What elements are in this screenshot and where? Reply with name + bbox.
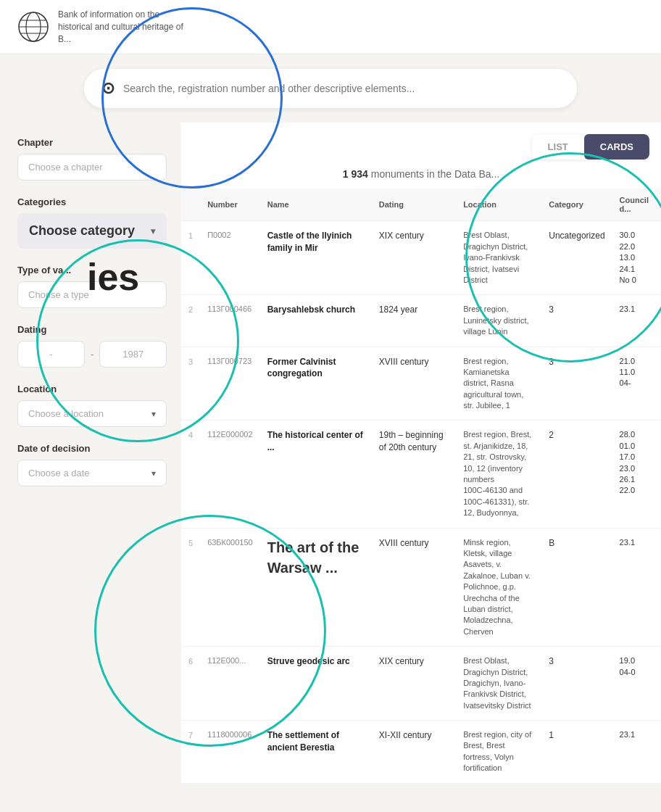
dating-section: Dating - - 1987 [17,324,167,368]
row-category: B [541,528,612,647]
chevron-down-icon-decision: ▾ [151,468,156,478]
row-location: Brest region, Brest, st. Arjanikidze, 18… [456,420,541,528]
row-dating: 1824 year [372,295,456,347]
col-header-number: Number [200,188,260,221]
decision-section: Date of decision Choose a date ▾ [17,443,167,486]
row-name: The historical center of ... [260,420,372,528]
row-dating: XVIII century [372,528,456,647]
row-name: Castle of the Ilyinich family in Mir [260,221,372,295]
row-location: Minsk region, Kletsk, village Asavets, v… [456,528,541,647]
row-index: 1 [181,221,200,295]
dating-range: - - 1987 [17,341,167,368]
row-dating: 19th – beginning of 20th century [372,420,456,528]
row-index: 4 [181,420,200,528]
row-number: 113Г000723 [200,347,260,420]
col-header-name: Name [260,188,372,221]
row-index: 2 [181,295,200,347]
table-row[interactable]: 1 П0002 Castle of the Ilyinich family in… [181,221,661,295]
type-select[interactable]: Choose a type [17,281,167,308]
category-section: Categories Choose category ▾ [17,196,167,249]
type-placeholder: Choose a type [28,289,89,300]
row-category: 3 [541,295,612,347]
row-category: 3 [541,347,612,420]
header: Bank of information on the historical an… [0,0,661,54]
type-label: Type of va... [17,265,167,276]
row-number: 1118000006 [200,721,260,784]
location-select[interactable]: Choose a location ▾ [17,400,167,427]
row-location: Brest region, Kamianetska district, Rasn… [456,347,541,420]
row-category: Uncategorized [541,221,612,295]
cards-view-button[interactable]: CARDS [584,134,649,160]
row-location: Brest region, city of Brest, Brest fortr… [456,721,541,784]
dating-from-value: - [49,349,52,360]
col-header-dating: Dating [372,188,456,221]
table-row[interactable]: 4 112E000002 The historical center of ..… [181,420,661,528]
main-layout: Chapter Choose a chapter Categories Choo… [0,123,661,783]
results-suffix: monuments in the Data Ba... [371,168,499,180]
row-number: 112E000002 [200,420,260,528]
row-location: Brest region, Luninetsky district, villa… [456,295,541,347]
search-bar: ⊙ [84,69,577,108]
chevron-down-icon: ▾ [151,226,155,236]
row-dating: XI-XII century [372,721,456,784]
decision-select[interactable]: Choose a date ▾ [17,460,167,486]
row-name: The settlement of ancient Berestia [260,721,372,784]
view-toggle-wrapper: LIST CARDS [181,134,661,168]
row-index: 5 [181,528,200,647]
row-location: Brest Oblast, Dragichyn District, Dragic… [456,647,541,721]
col-header-council: Council d... [612,188,661,221]
row-dating: XIX century [372,221,456,295]
chapter-placeholder: Choose a chapter [28,162,103,173]
view-toggle: LIST CARDS [532,134,649,160]
row-index: 6 [181,647,200,721]
category-value: Choose category [29,223,135,239]
results-number: 1 934 [343,168,368,180]
row-council: 23.1 [612,295,661,347]
col-header-location: Location [456,188,541,221]
row-council: 21.0 11.0 04- [612,347,661,420]
chevron-down-icon-location: ▾ [151,409,156,419]
table-row[interactable]: 6 112E000... Struve geodesic arc XIX cen… [181,647,661,721]
category-select[interactable]: Choose category ▾ [17,213,167,249]
chapter-label: Chapter [17,137,167,148]
dating-from-input[interactable]: - [17,341,85,368]
list-view-button[interactable]: LIST [532,134,584,160]
table-row[interactable]: 3 113Г000723 Former Calvinist congregati… [181,347,661,420]
col-header-category: Category [541,188,612,221]
results-count: 1 934 monuments in the Data Ba... [181,168,661,180]
row-number: П0002 [200,221,260,295]
row-council: 28.0 01.0 17.0 23.0 26.1 22.0 [612,420,661,528]
row-number: 113Г000466 [200,295,260,347]
row-number: 112E000... [200,647,260,721]
row-index: 7 [181,721,200,784]
search-input[interactable] [123,83,560,94]
row-category: 3 [541,647,612,721]
row-council: 23.1 [612,528,661,647]
row-name: Former Calvinist congregation [260,347,372,420]
table-row[interactable]: 2 113Г000466 Barysahlebsk church 1824 ye… [181,295,661,347]
chapter-select[interactable]: Choose a chapter [17,154,167,181]
chapter-section: Chapter Choose a chapter [17,137,167,181]
row-council: 23.1 [612,721,661,784]
row-council: 19.0 04-0 [612,647,661,721]
row-category: 1 [541,721,612,784]
row-council: 30.0 22.0 13.0 24.1 No 0 [612,221,661,295]
logo-icon [17,11,49,43]
table-row[interactable]: 5 63БК000150 The art of the Warsaw ... X… [181,528,661,647]
row-index: 3 [181,347,200,420]
row-dating: XIX century [372,647,456,721]
search-section: ⊙ [0,54,661,123]
row-name: Barysahlebsk church [260,295,372,347]
row-category: 2 [541,420,612,528]
decision-label: Date of decision [17,443,167,454]
row-location: Brest Oblast, Dragichyn District, Ivano-… [456,221,541,295]
row-name: Struve geodesic arc [260,647,372,721]
location-placeholder: Choose a location [28,408,104,419]
content-area: LIST CARDS 1 934 monuments in the Data B… [181,123,661,783]
row-name: The art of the Warsaw ... [260,528,372,647]
dating-to-input[interactable]: 1987 [99,341,167,368]
col-header-index [181,188,200,221]
monuments-table: Number Name Dating Location Category Cou… [181,188,661,783]
location-section: Location Choose a location ▾ [17,384,167,427]
table-row[interactable]: 7 1118000006 The settlement of ancient B… [181,721,661,784]
